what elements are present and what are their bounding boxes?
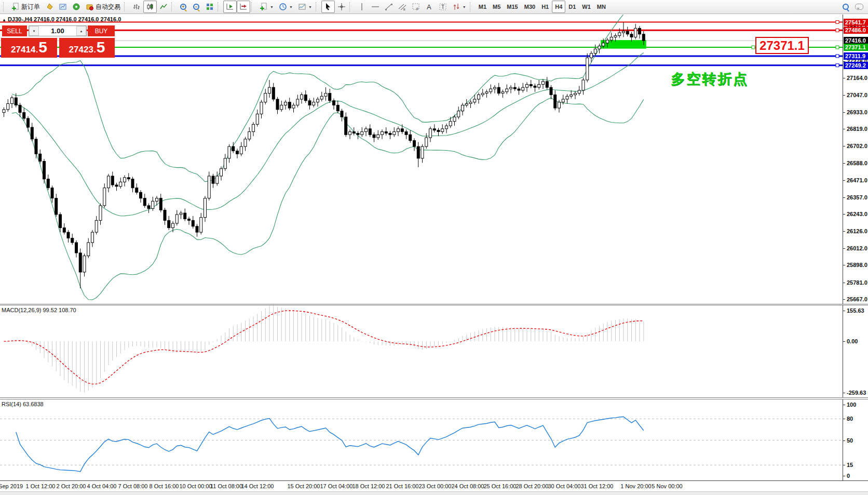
candle-body <box>232 146 235 151</box>
templates-button[interactable]: ▼ <box>295 1 315 13</box>
price-tick: 26702.0 <box>843 143 867 149</box>
tiles-icon <box>206 3 214 11</box>
candle-body <box>159 198 162 210</box>
time-axis[interactable]: 30 Sep 20191 Oct 12:002 Oct 20:004 Oct 0… <box>0 481 868 491</box>
candle-body <box>79 253 82 272</box>
line-anchor-marker[interactable] <box>836 64 839 67</box>
auto-scroll-button[interactable] <box>223 1 237 13</box>
highlighter-button[interactable] <box>43 1 56 13</box>
chart-shift-button[interactable] <box>237 1 250 13</box>
rsi-axis[interactable]: 1008050150 <box>843 399 868 480</box>
arrows-button[interactable]: ▼ <box>450 1 469 13</box>
line-anchor-marker[interactable] <box>836 46 839 49</box>
signal-icon <box>72 3 80 11</box>
volume-decrease-button[interactable]: ▼ <box>29 26 39 36</box>
tile-windows-button[interactable] <box>203 1 216 13</box>
rsi-indicator-panel[interactable]: 1008050150 RSI(14) 63.6838 <box>0 399 868 481</box>
dropdown-caret-icon[interactable]: ▼ <box>463 5 466 9</box>
timeframe-w1-button[interactable]: W1 <box>579 1 594 13</box>
macd-indicator-panel[interactable]: 155.630.00-259.63 MACD(12,26,9) 99.52 10… <box>0 305 868 398</box>
macd-chart[interactable] <box>0 305 843 398</box>
timeframe-h1-button[interactable]: H1 <box>538 1 552 13</box>
candle-body <box>513 87 516 89</box>
candle-body <box>3 110 5 113</box>
timeframe-h4-button[interactable]: H4 <box>552 1 565 13</box>
candle-body <box>485 92 488 93</box>
timeframe-m1-button[interactable]: M1 <box>476 1 490 13</box>
text-label-button[interactable]: T <box>436 1 450 13</box>
toolbar-right-icons <box>839 1 866 13</box>
price-callout-label[interactable]: 27371.1 <box>755 37 809 54</box>
candlestick-chart-button[interactable] <box>143 1 157 13</box>
buy-price[interactable]: 27423.5 <box>59 38 115 58</box>
volume-increase-button[interactable]: ▲ <box>76 26 86 36</box>
chart-note-text[interactable]: 多空转折点 <box>671 70 749 88</box>
signals-button[interactable] <box>70 1 83 13</box>
line-chart-button[interactable] <box>157 1 170 13</box>
new-chart-icon <box>260 3 268 11</box>
timeframe-m30-button[interactable]: M30 <box>521 1 538 13</box>
auto-trading-button[interactable]: 自动交易 <box>83 1 123 13</box>
price-axis[interactable]: 27500.027278.027164.027047.026933.026819… <box>843 15 868 304</box>
dropdown-caret-icon[interactable]: ▼ <box>270 5 274 9</box>
time-axis-label: 25 Oct 16:00 <box>484 483 517 489</box>
candle-body <box>349 132 351 135</box>
dropdown-caret-icon[interactable]: ▼ <box>289 5 293 9</box>
fibonacci-button[interactable]: F <box>409 1 423 13</box>
new-chart-button[interactable]: ▼ <box>257 1 276 13</box>
sell-button[interactable]: SELL <box>2 25 27 36</box>
search-button[interactable] <box>839 1 852 13</box>
new-order-button[interactable]: 新订单 <box>9 1 43 13</box>
line-anchor-marker[interactable] <box>836 55 839 58</box>
toolbar-group-grip <box>171 2 175 11</box>
timeframe-m15-button[interactable]: M15 <box>504 1 521 13</box>
time-axis-label: 10 Oct 00:00 <box>180 483 212 489</box>
zoom-in-button[interactable]: + <box>177 1 190 13</box>
horizontal-line-button[interactable] <box>369 1 382 13</box>
trendline-button[interactable] <box>382 1 396 13</box>
candle-body <box>639 28 641 34</box>
new-order-label: 新订单 <box>21 3 40 11</box>
time-axis-label: 2 Oct 20:00 <box>57 483 86 489</box>
line-anchor-marker[interactable] <box>836 29 839 32</box>
price-chart-panel[interactable]: 27500.027278.027164.027047.026933.026819… <box>0 15 868 304</box>
dropdown-caret-icon[interactable]: ▼ <box>308 5 312 9</box>
text-button[interactable]: A <box>423 1 436 13</box>
chat-button[interactable] <box>852 1 866 13</box>
line-anchor-marker[interactable] <box>752 46 755 49</box>
cursor-icon <box>324 3 332 11</box>
macd-label: MACD(12,26,9) 99.52 108.70 <box>2 307 76 313</box>
main-toolbar: 新订单自动交易+−▼▼▼EFAT▼M1M5M15M30H1H4D1W1MN <box>0 0 868 14</box>
vertical-line-button[interactable] <box>355 1 369 13</box>
candle-body <box>606 40 609 43</box>
toolbar-group-grip <box>316 2 319 11</box>
timeframe-d1-button[interactable]: D1 <box>565 1 579 13</box>
rsi-chart[interactable] <box>0 399 843 481</box>
candle-body <box>240 146 242 154</box>
zoom-out-button[interactable]: − <box>190 1 203 13</box>
cursor-button[interactable] <box>321 1 335 13</box>
candle-body <box>204 198 207 218</box>
macd-axis[interactable]: 155.630.00-259.63 <box>843 305 868 397</box>
volume-input[interactable]: 1.00 <box>39 26 76 36</box>
buy-button[interactable]: BUY <box>88 25 115 36</box>
timeframe-mn-button[interactable]: MN <box>594 1 609 13</box>
candle-body <box>538 85 540 88</box>
candle-body <box>626 31 629 34</box>
candle-body <box>518 89 520 90</box>
bar-chart-button[interactable] <box>130 1 143 13</box>
line-anchor-marker[interactable] <box>836 21 839 24</box>
periods-button[interactable]: ▼ <box>276 1 295 13</box>
crosshair-button[interactable] <box>335 1 348 13</box>
sell-price[interactable]: 27414.5 <box>1 38 57 58</box>
candlestick-chart[interactable] <box>0 15 843 304</box>
candles-icon <box>146 3 154 11</box>
candle-body <box>317 99 319 102</box>
price-tick: 25667.0 <box>843 296 867 302</box>
candle-body <box>594 49 596 53</box>
candle-body <box>301 95 303 99</box>
charts-button[interactable] <box>56 1 70 13</box>
timeframe-m5-button[interactable]: M5 <box>490 1 504 13</box>
equidistant-channel-button[interactable]: E <box>396 1 409 13</box>
candle-body <box>598 46 601 49</box>
